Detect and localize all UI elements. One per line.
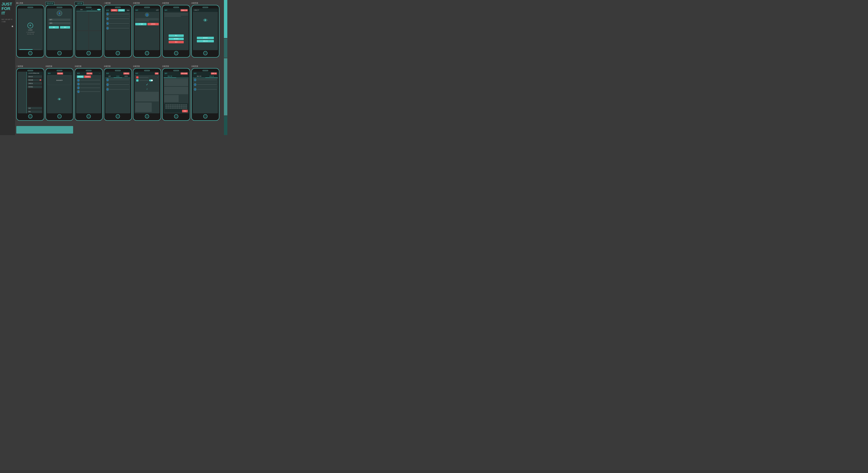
detail-share[interactable]: 分享 <box>156 9 159 11</box>
settings-toggle[interactable] <box>149 79 153 81</box>
action-back[interactable]: 返回 <box>165 9 167 11</box>
key-9[interactable] <box>183 104 185 106</box>
btn-praise[interactable]: 赞义 <box>168 34 184 37</box>
btn-view-order[interactable]: 查看订单 <box>197 40 214 42</box>
list-item-4[interactable]: 👤 <box>105 27 130 30</box>
home-button-splash[interactable] <box>28 51 32 55</box>
myshop-item-4[interactable]: 👤 <box>76 90 101 93</box>
tag-cheap[interactable]: 省钱最近 <box>111 9 118 11</box>
tab-more[interactable]: ··· <box>176 75 189 78</box>
grid-cell-1[interactable] <box>76 11 89 31</box>
key-18[interactable] <box>181 106 183 107</box>
key-25[interactable] <box>174 107 176 109</box>
home-button-action[interactable] <box>174 51 178 55</box>
list-back[interactable]: 返回 <box>106 9 109 11</box>
list-item-2[interactable]: 👤 <box>105 17 130 21</box>
send-btn[interactable]: 发送 <box>182 110 188 112</box>
key-6[interactable] <box>176 104 178 106</box>
key-19[interactable] <box>183 106 185 107</box>
allorders-item-3[interactable]: 👤 <box>193 88 218 91</box>
tab-menu[interactable]: 菜单 <box>76 8 87 11</box>
tab-toggle[interactable] <box>97 9 101 10</box>
key-13[interactable] <box>169 106 172 107</box>
home-button-community[interactable] <box>174 114 178 119</box>
key-22[interactable] <box>167 107 169 109</box>
btn-back-home[interactable]: 返回首页 <box>197 37 214 39</box>
tag-rated[interactable]: 评价最高 <box>118 9 125 11</box>
tab-recent[interactable]: 最近订单 <box>164 75 176 78</box>
key-10[interactable] <box>185 104 187 106</box>
home-button-main[interactable] <box>87 51 91 55</box>
myshop-item-2[interactable]: 👤 <box>76 82 101 86</box>
tab-reviewed[interactable]: 已评价 <box>114 75 122 78</box>
home-button-myshop[interactable] <box>87 114 91 119</box>
shop-back[interactable]: 返回 <box>48 72 51 74</box>
myshop-item-3[interactable]: 👤 <box>76 86 101 90</box>
btn-cancel[interactable]: 取消 <box>168 41 184 43</box>
key-21[interactable] <box>165 107 167 109</box>
home-button-detail[interactable] <box>145 51 149 55</box>
allorders-back[interactable]: 返回 <box>194 72 196 74</box>
home-button-list[interactable] <box>116 51 120 55</box>
home-button-order[interactable] <box>203 51 208 55</box>
myshop-item-1[interactable]: 👤 <box>76 78 101 82</box>
key-15[interactable] <box>174 106 176 107</box>
account-field[interactable]: 账号 <box>49 19 70 21</box>
key-29[interactable] <box>183 107 185 109</box>
sidebar-menu-favorites[interactable]: 我的收藏 <box>28 79 42 81</box>
key-27[interactable] <box>179 107 181 109</box>
orders-item-2[interactable]: 👤 <box>105 83 130 86</box>
tab-all-orders[interactable]: 全部订单 <box>205 75 218 78</box>
tab-IT[interactable]: IT <box>87 8 97 11</box>
tab-pending[interactable]: 待评价 <box>122 75 130 78</box>
btn-recommended[interactable]: 推荐店铺 <box>77 75 84 78</box>
key-7[interactable] <box>179 104 181 106</box>
orders-item-1[interactable]: 👤 <box>105 78 130 81</box>
key-2[interactable] <box>167 104 169 106</box>
grid-cell-3[interactable] <box>76 31 89 50</box>
key-14[interactable] <box>172 106 174 107</box>
key-12[interactable] <box>167 106 169 107</box>
password-field[interactable]: 密码 <box>49 22 70 24</box>
orders-back[interactable]: 返回 <box>106 72 109 74</box>
home-button-orders[interactable] <box>116 114 120 119</box>
settings-row-1[interactable]: › <box>135 76 159 79</box>
orders-item-3[interactable]: 👤 <box>105 88 130 91</box>
key-1[interactable] <box>165 104 167 106</box>
key-23[interactable] <box>169 107 172 109</box>
grid-cell-4[interactable] <box>89 31 101 50</box>
allorders-item-2[interactable]: 👤 <box>193 83 218 86</box>
btn-self-buy[interactable]: 自营特内 <box>147 23 159 25</box>
home-button-login[interactable] <box>57 51 62 55</box>
sidebar-menu-help[interactable]: 帮助 <box>28 110 42 113</box>
sidebar-menu-history[interactable]: 消费历史 <box>28 82 42 85</box>
btn-change[interactable]: 取消改变 <box>168 38 184 40</box>
key-26[interactable] <box>176 107 178 109</box>
key-30[interactable] <box>185 107 187 109</box>
grid-cell-2[interactable] <box>89 11 101 31</box>
key-4[interactable] <box>172 104 174 106</box>
tab-all[interactable]: 全部 <box>105 75 114 78</box>
btn-liked[interactable]: 可能喜欢 <box>84 75 91 78</box>
home-button-shop[interactable] <box>57 114 62 119</box>
skip-button[interactable]: 跳过 <box>49 26 59 29</box>
myshop-back[interactable]: 返回 <box>77 72 80 74</box>
sidebar-menu-settings[interactable]: 设置 <box>28 107 42 109</box>
allorders-item-1[interactable]: 👤 <box>193 78 218 81</box>
key-16[interactable] <box>176 106 178 107</box>
key-3[interactable] <box>169 104 172 106</box>
filter-btn[interactable]: 筛选 <box>127 9 129 11</box>
key-24[interactable] <box>172 107 174 109</box>
key-11[interactable] <box>165 106 167 107</box>
sidebar-menu-wallet[interactable]: 我的钱包 <box>28 86 42 88</box>
key-20[interactable] <box>185 106 187 107</box>
settings-row-2[interactable] <box>135 79 159 82</box>
settings-back[interactable]: 返回 <box>135 72 138 74</box>
community-back[interactable]: 返回 <box>165 72 167 74</box>
btn-door-service[interactable]: 上门服务 <box>135 23 147 25</box>
key-8[interactable] <box>181 104 183 106</box>
detail-back[interactable]: 返回 <box>135 9 138 11</box>
submit-button[interactable]: 提交 <box>60 26 70 29</box>
list-item-1[interactable]: 👤 <box>105 12 130 16</box>
sidebar-menu-community[interactable]: 朋友社区 <box>28 75 42 78</box>
